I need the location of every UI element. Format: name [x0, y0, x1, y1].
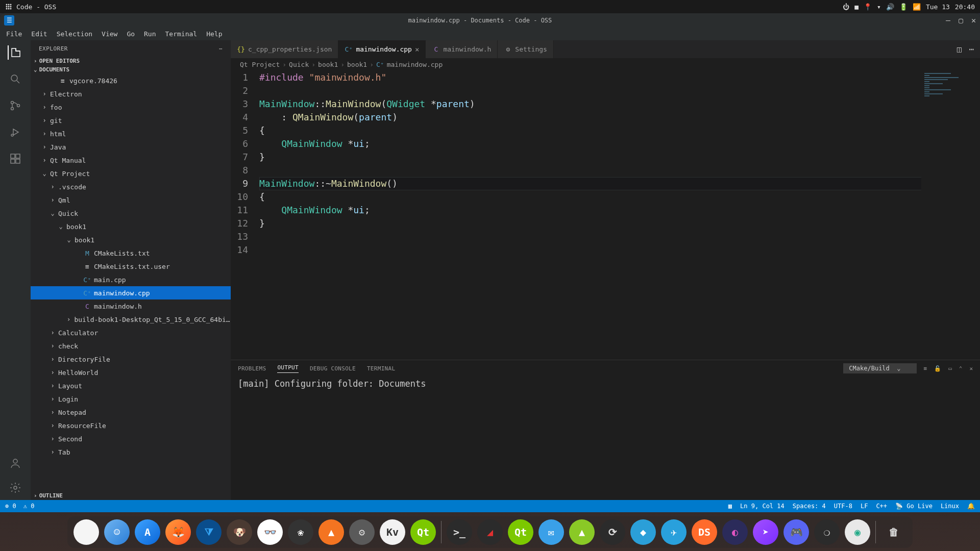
dock-app[interactable]: ◢ [477, 519, 503, 545]
account-icon[interactable] [8, 456, 22, 470]
stop-icon[interactable]: ■ [854, 3, 859, 11]
tree-item[interactable]: ≡CMakeLists.txt.user [31, 260, 231, 273]
tree-item[interactable]: ›Qml [31, 193, 231, 207]
dock-app[interactable]: ➤ [753, 519, 778, 545]
tree-item[interactable]: ›Tab [31, 445, 231, 459]
status-warnings[interactable]: ⚠ 0 [23, 503, 35, 510]
status-lncol[interactable]: Ln 9, Col 14 [740, 503, 785, 510]
app-name-label[interactable]: Code - OSS [16, 3, 56, 11]
status-spaces[interactable]: Spaces: 4 [793, 503, 826, 510]
panel-collapse-icon[interactable]: ⌃ [959, 365, 963, 372]
status-bell-icon[interactable]: 🔔 [967, 503, 975, 510]
menu-item-file[interactable]: File [2, 29, 26, 39]
status-errors[interactable]: ⊗ 0 [5, 503, 16, 510]
tree-item[interactable]: ›Electron [31, 87, 231, 101]
dock-app[interactable]: ◉ [845, 519, 870, 545]
search-icon[interactable] [8, 72, 22, 86]
panel-lock-icon[interactable]: 🔓 [934, 365, 941, 372]
tree-item[interactable]: ›HelloWorld [31, 366, 231, 379]
code-editor[interactable]: 1234567891011121314 #include "mainwindow… [231, 71, 980, 360]
extensions-icon[interactable] [8, 152, 22, 166]
editor-tab[interactable]: ⚙Settings [498, 40, 554, 58]
tree-item[interactable]: ›git [31, 114, 231, 127]
location-icon[interactable]: 📍 [864, 3, 872, 11]
tree-item[interactable]: ›html [31, 127, 231, 140]
dock-app[interactable]: >_ [447, 519, 472, 545]
dock-app[interactable]: 🗑 [881, 519, 906, 545]
tree-item[interactable]: ›build-book1-Desktop_Qt_5_15_0_GCC_64bit… [31, 313, 231, 326]
editor-tab[interactable]: C⁺mainwindow.cpp× [338, 40, 426, 58]
breadcrumb-segment[interactable]: mainwindow.cpp [387, 61, 443, 68]
breadcrumb-segment[interactable]: book1 [318, 61, 338, 68]
menu-item-edit[interactable]: Edit [27, 29, 51, 39]
menu-item-go[interactable]: Go [122, 29, 139, 39]
maximize-button[interactable]: ▢ [959, 16, 963, 25]
power-icon[interactable]: ⏻ [843, 3, 849, 11]
status-lang[interactable]: C++ [876, 503, 887, 510]
breadcrumb[interactable]: Qt Project›Quick›book1›book1›C⁺mainwindo… [231, 58, 980, 71]
menu-item-terminal[interactable]: Terminal [161, 29, 202, 39]
editor-tab[interactable]: Cmainwindow.h [426, 40, 498, 58]
activities-icon[interactable] [5, 3, 12, 10]
output-channel-select[interactable]: CMake/Build ⌄ [843, 363, 916, 373]
menu-item-selection[interactable]: Selection [53, 29, 96, 39]
tree-item[interactable]: ⌄book1 [31, 220, 231, 233]
dock-app[interactable]: 🦊 [165, 519, 191, 545]
dock-app[interactable]: 👓 [257, 519, 283, 545]
dock-app[interactable]: ⧩ [196, 519, 222, 545]
editor-tab[interactable]: {}c_cpp_properties.json [231, 40, 338, 58]
code-content[interactable]: #include "mainwindow.h"​MainWindow::Main… [259, 71, 980, 360]
menu-item-help[interactable]: Help [202, 29, 226, 39]
dock-app[interactable]: ⟳ [600, 519, 625, 545]
clock-time[interactable]: 20:40 [955, 3, 975, 11]
panel-tab-output[interactable]: OUTPUT [277, 364, 299, 373]
close-button[interactable]: ✕ [971, 16, 976, 25]
dropdown-icon[interactable]: ▾ [877, 3, 881, 11]
status-golive[interactable]: 📡 Go Live [895, 503, 933, 510]
debug-icon[interactable] [8, 125, 22, 139]
explorer-icon[interactable] [8, 45, 22, 60]
dock-app[interactable]: ▲ [318, 519, 344, 545]
outline-section[interactable]: ›OUTLINE [31, 491, 231, 500]
tree-item[interactable]: MCMakeLists.txt [31, 246, 231, 260]
status-encoding[interactable]: UTF-8 [834, 503, 852, 510]
status-eol[interactable]: LF [861, 503, 868, 510]
dock-app[interactable]: 🎮 [783, 519, 809, 545]
tree-item[interactable]: C⁺main.cpp [31, 273, 231, 286]
tree-item[interactable]: ›Layout [31, 379, 231, 392]
dock-app[interactable]: Qt [508, 519, 533, 545]
tree-item[interactable]: ›.vscode [31, 180, 231, 193]
tree-item[interactable]: ›Java [31, 140, 231, 154]
dock-app[interactable]: ▲ [569, 519, 595, 545]
tree-item[interactable]: ›Second [31, 432, 231, 445]
volume-icon[interactable]: 🔊 [886, 3, 894, 11]
dock-app[interactable]: Kv [380, 519, 405, 545]
dock-app[interactable]: ◆ [630, 519, 656, 545]
tree-item[interactable]: ›foo [31, 101, 231, 114]
breadcrumb-segment[interactable]: Qt Project [240, 61, 280, 68]
breadcrumb-segment[interactable]: Quick [289, 61, 309, 68]
tree-item[interactable]: C⁺mainwindow.cpp [31, 286, 231, 299]
dock-app[interactable] [74, 519, 99, 545]
battery-icon[interactable]: 🔋 [899, 3, 908, 11]
dock-app[interactable]: 🐶 [227, 519, 252, 545]
tree-item[interactable]: ›Qt Manual [31, 154, 231, 167]
status-layout-icon[interactable]: ▦ [728, 503, 732, 510]
panel-filter-icon[interactable]: ≡ [924, 365, 927, 372]
minimap[interactable] [921, 71, 980, 360]
status-os[interactable]: Linux [941, 503, 959, 510]
menu-item-run[interactable]: Run [140, 29, 160, 39]
tree-item[interactable]: ›Login [31, 392, 231, 406]
dock-app[interactable]: ◐ [722, 519, 748, 545]
menu-item-view[interactable]: View [97, 29, 121, 39]
tab-more-icon[interactable]: ⋯ [969, 44, 974, 54]
panel-tab-debug-console[interactable]: DEBUG CONSOLE [310, 365, 356, 372]
dock-app[interactable]: ☺ [104, 519, 130, 545]
split-editor-icon[interactable]: ◫ [957, 44, 962, 54]
dock-app[interactable]: ✉ [538, 519, 564, 545]
panel-close-icon[interactable]: ✕ [969, 365, 973, 372]
tree-item[interactable]: ›ResourceFile [31, 419, 231, 432]
dock-app[interactable]: ❍ [814, 519, 840, 545]
dock-app[interactable]: A [135, 519, 160, 545]
panel-clear-icon[interactable]: ▭ [948, 365, 952, 372]
